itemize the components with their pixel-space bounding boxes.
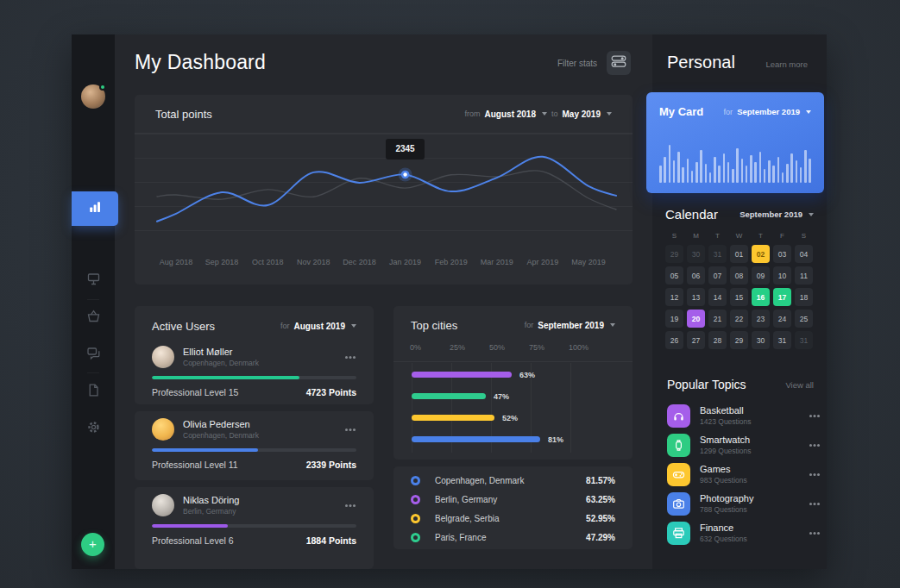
calendar-day[interactable]: 29 bbox=[665, 245, 683, 263]
more-options-icon[interactable] bbox=[345, 356, 348, 359]
more-options-icon[interactable] bbox=[809, 473, 812, 476]
mini-bar bbox=[804, 150, 807, 183]
calendar-day[interactable]: 04 bbox=[795, 245, 813, 263]
calendar-day[interactable]: 08 bbox=[730, 266, 748, 285]
calendar-day[interactable]: 23 bbox=[752, 310, 770, 328]
sidebar-item-boards[interactable] bbox=[72, 269, 115, 291]
mini-bar bbox=[677, 152, 680, 183]
more-options-icon[interactable] bbox=[809, 444, 812, 447]
mini-bar bbox=[777, 157, 780, 183]
topic-item[interactable]: Basketball1423 Questions bbox=[667, 401, 814, 430]
weekday-header: SMTWTFS bbox=[665, 232, 814, 240]
more-options-icon[interactable] bbox=[809, 415, 812, 417]
calendar-day[interactable]: 30 bbox=[687, 245, 705, 263]
x-axis-label: Aug 2018 bbox=[160, 258, 193, 266]
sidebar-item-shop[interactable] bbox=[72, 306, 115, 328]
more-options-icon[interactable] bbox=[809, 532, 812, 535]
add-button[interactable]: + bbox=[81, 533, 104, 556]
calendar-day[interactable]: 28 bbox=[708, 331, 727, 349]
period-selector[interactable]: for September 2019 bbox=[525, 321, 615, 330]
popular-topics: Popular Topics View all Basketball1423 Q… bbox=[667, 378, 814, 547]
basket-icon bbox=[86, 309, 101, 327]
calendar-day[interactable]: 19 bbox=[665, 310, 683, 328]
calendar-day[interactable]: 31 bbox=[708, 245, 727, 263]
calendar-day[interactable]: 29 bbox=[730, 331, 748, 349]
calendar-day[interactable]: 11 bbox=[795, 266, 813, 285]
calendar-day[interactable]: 30 bbox=[752, 331, 770, 349]
to-date-dropdown[interactable]: May 2019 bbox=[563, 109, 601, 119]
calendar-day[interactable]: 26 bbox=[665, 331, 683, 349]
calendar-day[interactable]: 02 bbox=[752, 245, 770, 263]
period-dropdown[interactable]: August 2019 bbox=[294, 322, 345, 331]
user-avatar bbox=[152, 346, 174, 368]
calendar-day[interactable]: 12 bbox=[665, 288, 683, 306]
period-selector[interactable]: for September 2019 bbox=[724, 107, 811, 116]
my-card[interactable]: My Card for September 2019 bbox=[646, 92, 824, 193]
axis-tick-label: 75% bbox=[529, 343, 544, 352]
calendar-day[interactable]: 31 bbox=[795, 331, 813, 349]
calendar-day[interactable]: 24 bbox=[773, 310, 791, 328]
calendar-day[interactable]: 17 bbox=[773, 288, 791, 306]
mini-bar bbox=[790, 153, 793, 183]
user-name: Olivia Pedersen bbox=[183, 419, 259, 429]
mini-bar bbox=[768, 160, 771, 183]
calendar-day[interactable]: 14 bbox=[708, 288, 727, 306]
highlighted-data-point[interactable] bbox=[399, 168, 412, 182]
period-selector[interactable]: for August 2019 bbox=[280, 322, 356, 331]
view-all-link[interactable]: View all bbox=[785, 380, 814, 390]
topic-questions: 788 Questions bbox=[700, 505, 753, 514]
total-points-card: Total points from August 2018 to May 201… bbox=[135, 95, 633, 285]
calendar-day[interactable]: 25 bbox=[795, 310, 813, 328]
filter-stats: Filter stats bbox=[557, 51, 631, 75]
sidebar-item-settings[interactable] bbox=[72, 417, 115, 440]
sidebar-item-documents[interactable] bbox=[72, 380, 115, 403]
period-dropdown[interactable]: September 2019 bbox=[538, 321, 604, 330]
calendar-day[interactable]: 10 bbox=[773, 266, 791, 285]
topic-item[interactable]: Smartwatch1299 Questions bbox=[667, 430, 814, 460]
from-date-dropdown[interactable]: August 2018 bbox=[485, 109, 536, 119]
more-options-icon[interactable] bbox=[345, 504, 348, 507]
mini-bar bbox=[659, 166, 662, 183]
calendar-day[interactable]: 06 bbox=[687, 266, 705, 285]
calendar-day[interactable]: 15 bbox=[730, 288, 748, 306]
calendar-day[interactable]: 31 bbox=[773, 331, 791, 349]
sidebar-item-dashboard[interactable] bbox=[72, 191, 118, 226]
mini-bar bbox=[700, 150, 702, 183]
calendar-day[interactable]: 22 bbox=[730, 310, 748, 328]
calendar-day[interactable]: 21 bbox=[708, 310, 727, 328]
period-dropdown[interactable]: September 2019 bbox=[740, 210, 802, 219]
calendar-period-selector[interactable]: September 2019 bbox=[740, 210, 814, 219]
topic-item[interactable]: Games983 Questions bbox=[667, 460, 814, 489]
period-dropdown[interactable]: September 2019 bbox=[737, 107, 800, 116]
calendar-day[interactable]: 18 bbox=[795, 288, 813, 306]
topic-name: Photography bbox=[700, 493, 753, 504]
mini-bar bbox=[727, 162, 730, 183]
topic-name: Smartwatch bbox=[700, 435, 752, 445]
calendar-day[interactable]: 01 bbox=[730, 245, 748, 263]
for-label: for bbox=[280, 322, 290, 330]
calendar-day[interactable]: 20 bbox=[687, 310, 705, 328]
more-options-icon[interactable] bbox=[345, 428, 348, 431]
calendar-day[interactable]: 16 bbox=[752, 288, 770, 306]
user-row: Elliot MøllerCopenhagen, DenmarkProfessi… bbox=[152, 342, 356, 397]
mini-bar bbox=[682, 167, 684, 183]
divider bbox=[87, 372, 99, 373]
calendar-day[interactable]: 03 bbox=[773, 245, 791, 263]
calendar-title: Calendar bbox=[665, 207, 718, 222]
axis-tick-label: 0% bbox=[410, 343, 421, 352]
topic-item[interactable]: Photography788 Questions bbox=[667, 489, 814, 518]
mini-bar bbox=[759, 152, 762, 183]
learn-more-link[interactable]: Learn more bbox=[765, 59, 808, 69]
calendar-day[interactable]: 27 bbox=[687, 331, 705, 349]
topic-item[interactable]: Finance632 Questions bbox=[667, 518, 814, 547]
calendar-day[interactable]: 07 bbox=[708, 266, 727, 285]
sidebar-item-messages[interactable] bbox=[72, 343, 115, 366]
online-status-dot bbox=[99, 84, 106, 91]
calendar-day[interactable]: 13 bbox=[687, 288, 705, 306]
more-options-icon[interactable] bbox=[809, 503, 812, 505]
filter-stats-button[interactable] bbox=[607, 51, 631, 75]
user-avatar[interactable] bbox=[81, 84, 105, 109]
calendar-day[interactable]: 09 bbox=[752, 266, 770, 285]
calendar-day[interactable]: 05 bbox=[665, 266, 683, 285]
chevron-down-icon bbox=[809, 213, 814, 216]
